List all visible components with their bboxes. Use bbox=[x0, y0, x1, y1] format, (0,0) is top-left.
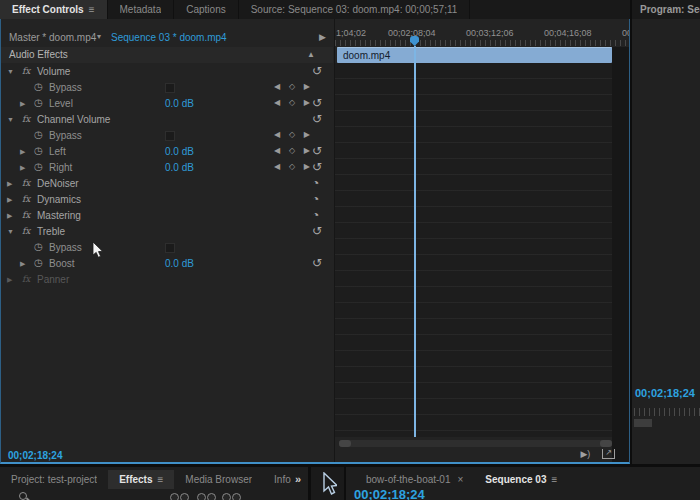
bottom-left-tab-project-test-project[interactable]: Project: test-project bbox=[0, 470, 108, 489]
timeline-timecode[interactable]: 00;02;18;24 bbox=[354, 487, 425, 500]
master-clip-label[interactable]: Master * doom.mp4 bbox=[9, 32, 96, 43]
effect-controls-timecode[interactable]: 00;02;18;24 bbox=[8, 450, 62, 461]
chevron-down-icon[interactable]: ▾ bbox=[97, 32, 101, 41]
bypass-checkbox[interactable] bbox=[165, 83, 175, 93]
parameter-value[interactable]: 0.0 dB bbox=[165, 258, 194, 269]
reset-icon[interactable]: ↺ bbox=[312, 144, 322, 158]
reset-icon[interactable]: ↺ bbox=[312, 224, 322, 238]
next-keyframe-icon[interactable]: ▶ bbox=[304, 82, 310, 91]
project-panel-group: Project: test-projectEffects≡Media Brows… bbox=[0, 467, 308, 500]
reset-icon[interactable]: ↺ bbox=[312, 256, 322, 270]
keyframe-navigator: ◀◇▶ bbox=[274, 162, 310, 171]
previous-keyframe-icon[interactable]: ◀ bbox=[274, 82, 280, 91]
effects-filter-icon[interactable] bbox=[232, 493, 241, 500]
scrollbar-left-cap[interactable] bbox=[339, 440, 351, 447]
sequence-clip-label[interactable]: Sequence 03 * doom.mp4 bbox=[111, 32, 227, 43]
effect-row-mastering: ▶fxMastering◔ bbox=[1, 208, 333, 224]
stopwatch-icon[interactable]: ◷ bbox=[34, 241, 43, 252]
reset-icon[interactable]: ↺ bbox=[312, 96, 322, 110]
play-audio-icon[interactable]: ▶) bbox=[580, 449, 590, 459]
playhead-line[interactable] bbox=[414, 46, 416, 437]
tab-overflow-icon[interactable]: » bbox=[295, 473, 301, 485]
effects-filter-icon[interactable] bbox=[222, 493, 231, 500]
bottom-right-tab-sequence-03[interactable]: Sequence 03≡ bbox=[475, 470, 567, 489]
fx-effect-icon: fx bbox=[22, 114, 30, 124]
effect-controls-tab-metadata[interactable]: Metadata bbox=[108, 0, 175, 19]
program-mini-ruler[interactable] bbox=[634, 408, 700, 416]
panel-menu-icon[interactable]: ≡ bbox=[89, 4, 95, 15]
bypass-checkbox[interactable] bbox=[165, 131, 175, 141]
show-timeline-toggle-icon[interactable]: ▶ bbox=[319, 32, 326, 42]
custom-setup-icon[interactable]: ◔ bbox=[312, 192, 319, 206]
expand-arrow-icon[interactable]: ▶ bbox=[20, 164, 25, 172]
stopwatch-icon[interactable]: ◷ bbox=[34, 129, 43, 140]
reset-icon[interactable]: ↺ bbox=[312, 112, 322, 126]
tab-label: Media Browser bbox=[185, 474, 252, 485]
parameter-value[interactable]: 0.0 dB bbox=[165, 98, 194, 109]
audio-effects-section-header[interactable]: Audio Effects ▲ bbox=[1, 47, 333, 63]
previous-keyframe-icon[interactable]: ◀ bbox=[274, 98, 280, 107]
stopwatch-icon[interactable]: ◷ bbox=[34, 81, 43, 92]
panel-menu-icon[interactable]: ≡ bbox=[158, 474, 164, 485]
effects-filter-icon[interactable] bbox=[197, 493, 206, 500]
stopwatch-icon[interactable]: ◷ bbox=[34, 161, 43, 172]
stopwatch-icon[interactable]: ◷ bbox=[34, 97, 43, 108]
search-icon[interactable] bbox=[19, 492, 27, 500]
expand-arrow-icon[interactable]: ▶ bbox=[7, 212, 12, 220]
timeline-horizontal-scrollbar[interactable] bbox=[339, 440, 612, 447]
program-monitor-tab[interactable]: Program: Seque bbox=[632, 0, 700, 19]
effect-controls-tab-captions[interactable]: Captions bbox=[174, 0, 238, 19]
expand-arrow-icon[interactable]: ▶ bbox=[7, 276, 12, 284]
keyframe-navigator: ◀◇▶ bbox=[274, 146, 310, 155]
clip-bar[interactable]: doom.mp4 bbox=[337, 47, 612, 63]
effects-filter-icon[interactable] bbox=[180, 493, 189, 500]
collapse-arrow-icon[interactable]: ▼ bbox=[7, 116, 14, 123]
expand-arrow-icon[interactable]: ▶ bbox=[20, 148, 25, 156]
effect-row-right: ▶◷Right0.0 dB◀◇▶↺ bbox=[1, 160, 333, 176]
custom-setup-icon[interactable]: ◔ bbox=[312, 208, 319, 222]
previous-keyframe-icon[interactable]: ◀ bbox=[274, 162, 280, 171]
collapse-arrow-icon[interactable]: ▼ bbox=[7, 68, 14, 75]
collapse-icon[interactable]: ▲ bbox=[307, 50, 315, 59]
add-keyframe-icon[interactable]: ◇ bbox=[289, 82, 295, 91]
add-keyframe-icon[interactable]: ◇ bbox=[289, 130, 295, 139]
reset-icon[interactable]: ↺ bbox=[312, 160, 322, 174]
bottom-left-tab-media-browser[interactable]: Media Browser bbox=[174, 470, 263, 489]
clip-breadcrumb: Master * doom.mp4 ▾ Sequence 03 * doom.m… bbox=[1, 29, 333, 46]
collapse-arrow-icon[interactable]: ▼ bbox=[7, 228, 14, 235]
expand-arrow-icon[interactable]: ▶ bbox=[7, 196, 12, 204]
scrollbar-right-cap[interactable] bbox=[600, 440, 612, 447]
effect-controls-tab-source-sequence-03-doom-mp4-00-00-57-11[interactable]: Source: Sequence 03: doom.mp4: 00;00;57;… bbox=[239, 0, 471, 19]
add-keyframe-icon[interactable]: ◇ bbox=[289, 146, 295, 155]
add-keyframe-icon[interactable]: ◇ bbox=[289, 98, 295, 107]
next-keyframe-icon[interactable]: ▶ bbox=[304, 98, 310, 107]
expand-arrow-icon[interactable]: ▶ bbox=[7, 180, 12, 188]
previous-keyframe-icon[interactable]: ◀ bbox=[274, 146, 280, 155]
effects-filter-icon[interactable] bbox=[207, 493, 216, 500]
program-timecode[interactable]: 00;02;18;24 bbox=[635, 387, 695, 399]
parameter-value[interactable]: 0.0 dB bbox=[165, 162, 194, 173]
effects-filter-icon[interactable] bbox=[170, 493, 179, 500]
stopwatch-icon[interactable]: ◷ bbox=[34, 145, 43, 156]
parameter-value[interactable]: 0.0 dB bbox=[165, 146, 194, 157]
export-icon[interactable]: ↗ bbox=[602, 449, 615, 459]
panel-menu-icon[interactable]: ≡ bbox=[552, 474, 558, 485]
program-scrollbar-handle[interactable] bbox=[634, 419, 652, 427]
timeline-ruler[interactable]: 1;04;0200;02;08;0400;03;12;0600;04;16;08… bbox=[335, 19, 629, 46]
previous-keyframe-icon[interactable]: ◀ bbox=[274, 130, 280, 139]
stopwatch-icon[interactable]: ◷ bbox=[34, 257, 43, 268]
effect-controls-tab-effect-controls[interactable]: Effect Controls≡ bbox=[0, 0, 108, 19]
close-icon[interactable]: × bbox=[456, 474, 466, 485]
next-keyframe-icon[interactable]: ▶ bbox=[304, 146, 310, 155]
add-keyframe-icon[interactable]: ◇ bbox=[289, 162, 295, 171]
expand-arrow-icon[interactable]: ▶ bbox=[20, 260, 25, 268]
selection-tool-icon[interactable] bbox=[321, 472, 337, 498]
next-keyframe-icon[interactable]: ▶ bbox=[304, 162, 310, 171]
timeline-footer-icons: ▶) ↗ bbox=[580, 449, 615, 459]
expand-arrow-icon[interactable]: ▶ bbox=[20, 100, 25, 108]
reset-icon[interactable]: ↺ bbox=[312, 64, 322, 78]
next-keyframe-icon[interactable]: ▶ bbox=[304, 130, 310, 139]
custom-setup-icon[interactable]: ◔ bbox=[312, 176, 319, 190]
bottom-left-tab-effects[interactable]: Effects≡ bbox=[108, 470, 174, 489]
bypass-checkbox[interactable] bbox=[165, 243, 175, 253]
